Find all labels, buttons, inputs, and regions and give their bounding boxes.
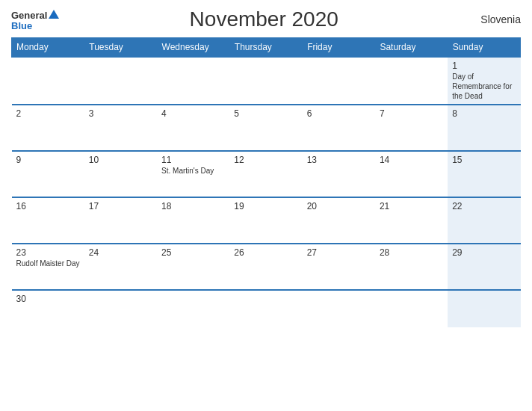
page: General Blue November 2020 Slovenia Mond… — [0, 0, 532, 411]
day-number: 5 — [234, 108, 297, 119]
holiday-label: Rudolf Maister Day — [16, 259, 80, 268]
logo: General Blue — [11, 9, 59, 31]
day-number: 27 — [307, 247, 371, 258]
weekday-header-row: Monday Tuesday Wednesday Thursday Friday… — [12, 38, 521, 58]
calendar-cell: 15 — [448, 151, 520, 197]
calendar-cell: 25 — [157, 244, 229, 290]
day-number: 9 — [16, 155, 80, 165]
calendar-week-row: 30 — [12, 290, 521, 327]
day-number: 14 — [380, 155, 443, 165]
calendar-cell: 27 — [303, 244, 375, 290]
calendar-cell: 11St. Martin's Day — [157, 151, 229, 197]
calendar-cell: 4 — [157, 105, 229, 151]
holiday-label: St. Martin's Day — [161, 166, 225, 176]
calendar-cell — [448, 290, 520, 327]
day-number: 22 — [452, 201, 516, 211]
calendar-cell: 5 — [229, 105, 302, 151]
col-sunday: Sunday — [448, 38, 520, 58]
calendar-cell: 26 — [229, 244, 302, 290]
calendar-cell: 21 — [375, 197, 448, 244]
day-number: 7 — [380, 108, 443, 119]
day-number: 13 — [307, 155, 371, 165]
calendar-cell: 7 — [375, 105, 448, 151]
calendar-cell: 29 — [448, 244, 520, 290]
day-number: 16 — [16, 201, 80, 211]
col-wednesday: Wednesday — [157, 38, 229, 58]
col-monday: Monday — [12, 38, 84, 58]
country-label: Slovenia — [468, 13, 521, 25]
calendar-cell: 30 — [12, 290, 84, 327]
logo-general: General — [11, 10, 47, 21]
calendar-cell — [229, 57, 302, 105]
calendar-cell — [375, 290, 448, 327]
calendar-header: Monday Tuesday Wednesday Thursday Friday… — [12, 38, 521, 58]
calendar-cell: 10 — [84, 151, 157, 197]
calendar-week-row: 16171819202122 — [12, 197, 521, 244]
calendar-week-row: 23Rudolf Maister Day242526272829 — [12, 244, 521, 290]
col-tuesday: Tuesday — [84, 38, 157, 58]
calendar-cell — [375, 57, 448, 105]
calendar-cell: 19 — [229, 197, 302, 244]
col-saturday: Saturday — [375, 38, 448, 58]
calendar-cell — [84, 57, 157, 105]
day-number: 30 — [16, 294, 80, 304]
day-number: 10 — [89, 155, 152, 165]
calendar-cell: 9 — [12, 151, 84, 197]
calendar-cell: 8 — [448, 105, 520, 151]
day-number: 15 — [452, 155, 516, 165]
calendar-cell: 2 — [12, 105, 84, 151]
calendar-cell: 20 — [303, 197, 375, 244]
calendar-title: November 2020 — [59, 7, 468, 31]
calendar-cell — [303, 290, 375, 327]
holiday-label: Day of Remembrance for the Dead — [452, 72, 516, 101]
calendar-cell: 6 — [303, 105, 375, 151]
calendar-cell: 18 — [157, 197, 229, 244]
calendar-cell — [229, 290, 302, 327]
calendar-week-row: 1Day of Remembrance for the Dead — [12, 57, 521, 105]
calendar-cell: 28 — [375, 244, 448, 290]
day-number: 24 — [89, 247, 152, 258]
day-number: 3 — [89, 108, 152, 119]
calendar-cell: 3 — [84, 105, 157, 151]
day-number: 4 — [161, 108, 225, 119]
col-thursday: Thursday — [229, 38, 302, 58]
day-number: 28 — [380, 247, 443, 258]
calendar-cell: 13 — [303, 151, 375, 197]
day-number: 26 — [234, 247, 297, 258]
calendar-cell: 23Rudolf Maister Day — [12, 244, 84, 290]
day-number: 19 — [234, 201, 297, 211]
day-number: 20 — [307, 201, 371, 211]
day-number: 8 — [452, 108, 516, 119]
day-number: 2 — [16, 108, 80, 119]
calendar-week-row: 2345678 — [12, 105, 521, 151]
calendar-week-row: 91011St. Martin's Day12131415 — [12, 151, 521, 197]
calendar-cell: 12 — [229, 151, 302, 197]
header: General Blue November 2020 Slovenia — [11, 7, 521, 31]
day-number: 17 — [89, 201, 152, 211]
calendar-cell — [84, 290, 157, 327]
day-number: 23 — [16, 247, 80, 258]
day-number: 12 — [234, 155, 297, 165]
logo-triangle-icon — [49, 10, 59, 19]
calendar-body: 1Day of Remembrance for the Dead23456789… — [12, 57, 521, 327]
logo-text: General — [11, 9, 59, 21]
calendar-cell — [303, 57, 375, 105]
calendar-cell — [12, 57, 84, 105]
calendar-cell — [157, 57, 229, 105]
calendar-cell: 1Day of Remembrance for the Dead — [448, 57, 520, 105]
calendar-cell: 17 — [84, 197, 157, 244]
logo-blue: Blue — [11, 21, 59, 31]
calendar-cell: 16 — [12, 197, 84, 244]
day-number: 1 — [452, 61, 516, 71]
day-number: 29 — [452, 247, 516, 258]
day-number: 25 — [161, 247, 225, 258]
day-number: 6 — [307, 108, 371, 119]
calendar-cell — [157, 290, 229, 327]
day-number: 11 — [161, 155, 225, 165]
day-number: 18 — [161, 201, 225, 211]
day-number: 21 — [380, 201, 443, 211]
calendar-cell: 22 — [448, 197, 520, 244]
calendar-cell: 24 — [84, 244, 157, 290]
calendar-cell: 14 — [375, 151, 448, 197]
col-friday: Friday — [303, 38, 375, 58]
